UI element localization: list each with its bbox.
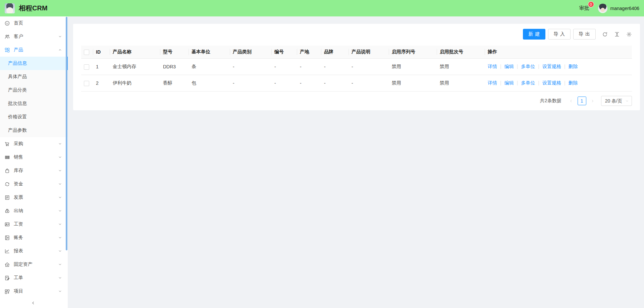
sidebar-item-funds[interactable]: 资金	[0, 177, 68, 191]
settings-gear-icon[interactable]	[626, 32, 632, 37]
header-right: 审批 0 manager6406	[579, 4, 639, 13]
chevron-down-icon	[58, 289, 62, 293]
sub-item-label: 产品信息	[8, 60, 27, 66]
cell-product-name: 伊利牛奶	[110, 75, 160, 91]
sidebar-item-cashier[interactable]: 出纳	[0, 204, 68, 218]
pagination-next-button[interactable]	[589, 99, 596, 103]
chevron-down-icon	[58, 222, 62, 226]
column-header-description: 产品说明	[349, 46, 389, 59]
accounting-icon	[4, 235, 10, 241]
cell-base-unit: 条	[189, 59, 230, 75]
action-edit-link[interactable]: 编辑	[504, 64, 514, 69]
app-header: 相程CRM 审批 0 manager6406	[0, 0, 644, 16]
action-separator: |	[517, 80, 518, 85]
action-set-spec-link[interactable]: 设置规格	[542, 64, 561, 69]
new-button[interactable]: 新 建	[523, 29, 545, 40]
sidebar-item-label: 账务	[14, 235, 58, 241]
row-checkbox[interactable]	[84, 64, 89, 70]
column-header-serial-enabled: 启用序列号	[389, 46, 437, 59]
column-header-origin: 产地	[297, 46, 321, 59]
action-multi-unit-link[interactable]: 多单位	[521, 80, 535, 85]
cell-serial-enabled: 禁用	[389, 75, 437, 91]
column-height-icon[interactable]	[614, 32, 620, 37]
action-multi-unit-link[interactable]: 多单位	[521, 64, 535, 69]
column-header-base-unit: 基本单位	[189, 46, 230, 59]
cell-description: -	[349, 75, 389, 91]
sidebar-item-product-category[interactable]: 产品分类	[0, 83, 68, 97]
pagination-prev-button[interactable]	[568, 99, 575, 103]
cell-model: DDR3	[160, 59, 189, 75]
cell-serial-enabled: 禁用	[389, 59, 437, 75]
sidebar-item-product-params[interactable]: 产品参数	[0, 124, 68, 137]
sub-item-label: 价格设置	[8, 114, 27, 120]
sub-item-label: 具体产品	[8, 74, 27, 80]
home-icon	[4, 20, 10, 26]
sidebar-item-invoice[interactable]: 发票	[0, 191, 68, 204]
cell-code: -	[272, 75, 297, 91]
action-detail-link[interactable]: 详情	[488, 80, 497, 85]
row-checkbox[interactable]	[84, 81, 89, 86]
sidebar-item-home[interactable]: 首页	[0, 16, 68, 30]
sidebar-item-salary[interactable]: 工资	[0, 218, 68, 231]
action-edit-link[interactable]: 编辑	[504, 80, 514, 85]
sidebar-collapse-button[interactable]	[0, 298, 66, 308]
chevron-down-icon	[58, 195, 62, 199]
column-header-category: 产品类别	[230, 46, 272, 59]
select-all-checkbox[interactable]	[84, 50, 89, 55]
products-submenu: 产品信息 具体产品 产品分类 批次信息 价格设置 产品参数	[0, 57, 68, 137]
action-set-spec-link[interactable]: 设置规格	[542, 80, 561, 85]
sidebar-item-label: 库存	[14, 168, 58, 174]
sidebar-item-product-info[interactable]: 产品信息	[0, 57, 68, 70]
chevron-down-icon	[58, 182, 62, 186]
sidebar-item-sales[interactable]: 销售	[0, 150, 68, 164]
action-delete-link[interactable]: 删除	[569, 64, 578, 69]
user-avatar[interactable]	[598, 4, 607, 13]
approval-label: 审批	[579, 5, 589, 11]
action-separator: |	[538, 64, 539, 69]
sidebar-item-purchase[interactable]: 采购	[0, 137, 68, 150]
sidebar-item-label: 首页	[14, 20, 62, 26]
username[interactable]: manager6406	[610, 6, 639, 11]
cell-id: 2	[93, 75, 110, 91]
sidebar-item-accounting[interactable]: 账务	[0, 231, 68, 244]
sub-item-label: 产品分类	[8, 87, 27, 93]
table-row: 2 伊利牛奶 香醇 包 - - - - - 禁用 禁用 详情|编辑|多单位|设置…	[81, 75, 632, 91]
export-button[interactable]: 导 出	[573, 29, 596, 40]
column-header-model: 型号	[160, 46, 189, 59]
cell-batch-enabled: 禁用	[437, 75, 485, 91]
cell-description: -	[349, 59, 389, 75]
column-header-brand: 品牌	[321, 46, 349, 59]
sidebar-item-batch-info[interactable]: 批次信息	[0, 97, 68, 110]
sidebar-item-label: 资金	[14, 181, 58, 187]
sidebar-item-products[interactable]: 产品	[0, 43, 68, 57]
action-detail-link[interactable]: 详情	[488, 64, 497, 69]
refresh-icon[interactable]	[602, 32, 608, 37]
sidebar-item-price-setting[interactable]: 价格设置	[0, 110, 68, 124]
chevron-down-icon	[58, 155, 62, 159]
column-header-product-name: 产品名称	[110, 46, 160, 59]
sidebar-item-projects[interactable]: 项目	[0, 285, 68, 298]
sidebar-item-label: 工资	[14, 221, 58, 227]
import-button[interactable]: 导 入	[548, 29, 571, 40]
sidebar-item-inventory[interactable]: 库存	[0, 164, 68, 177]
sidebar-item-reports[interactable]: 报表	[0, 244, 68, 258]
page-size-select[interactable]: 20 条/页	[601, 96, 632, 106]
cell-actions: 详情|编辑|多单位|设置规格|删除	[485, 59, 632, 75]
sidebar-item-customers[interactable]: 客户	[0, 30, 68, 43]
column-header-batch-enabled: 启用批次号	[437, 46, 485, 59]
chevron-down-icon	[58, 262, 62, 266]
sidebar-item-work-order[interactable]: 工单	[0, 271, 68, 285]
sidebar-item-label: 项目	[14, 288, 58, 294]
cell-base-unit: 包	[189, 75, 230, 91]
cell-code: -	[272, 59, 297, 75]
customers-icon	[4, 34, 10, 40]
approval-link[interactable]: 审批 0	[579, 5, 589, 11]
action-delete-link[interactable]: 删除	[569, 80, 578, 85]
sidebar-scrollbar[interactable]	[66, 17, 67, 250]
sub-item-label: 产品参数	[8, 127, 27, 133]
sidebar-item-specific-product[interactable]: 具体产品	[0, 70, 68, 83]
main-content: 产品名称: 搜 索 重 置 新 建 导 入 导 出 ID	[68, 0, 644, 110]
pagination-page-1[interactable]: 1	[578, 97, 586, 105]
cell-product-name: 金士顿内存	[110, 59, 160, 75]
sidebar-item-fixed-assets[interactable]: 固定资产	[0, 258, 68, 271]
